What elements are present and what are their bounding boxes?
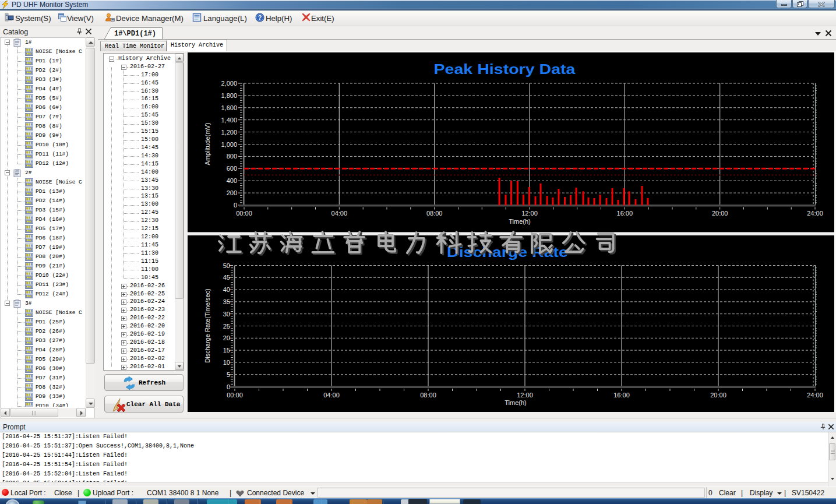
svg-text:Peak History Data: Peak History Data: [434, 61, 576, 77]
svg-text:35: 35: [223, 298, 230, 305]
svg-text:12:00: 12:00: [517, 392, 533, 399]
svg-text:00:00: 00:00: [236, 210, 252, 217]
svg-text:10: 10: [223, 359, 230, 366]
svg-text:600: 600: [227, 165, 237, 172]
svg-text:24:00: 24:00: [807, 392, 823, 399]
svg-text:12:00: 12:00: [521, 210, 538, 217]
svg-text:24:00: 24:00: [807, 210, 823, 217]
svg-text:40: 40: [223, 286, 230, 293]
svg-text:04:00: 04:00: [331, 210, 348, 217]
svg-text:1,600: 1,600: [221, 104, 237, 111]
svg-text:800: 800: [227, 153, 237, 160]
svg-text:16:00: 16:00: [613, 392, 630, 399]
svg-text:0: 0: [234, 202, 237, 209]
svg-text:Discharge Rate(Time/sec): Discharge Rate(Time/sec): [204, 288, 211, 362]
svg-text:50: 50: [223, 262, 230, 269]
svg-text:1,800: 1,800: [221, 92, 237, 99]
svg-text:45: 45: [223, 274, 230, 281]
svg-text:20:00: 20:00: [710, 392, 726, 399]
svg-text:08:00: 08:00: [426, 210, 443, 217]
svg-text:Time(h): Time(h): [505, 399, 526, 406]
svg-text:?: ?: [258, 14, 262, 21]
svg-text:20: 20: [223, 334, 230, 341]
svg-text:2,000: 2,000: [221, 80, 237, 87]
svg-text:08:00: 08:00: [420, 392, 436, 399]
svg-text:Time(h): Time(h): [509, 218, 530, 225]
svg-text:04:00: 04:00: [323, 392, 340, 399]
svg-text:00:00: 00:00: [227, 392, 243, 399]
svg-text:200: 200: [227, 189, 237, 196]
svg-text:400: 400: [227, 177, 237, 184]
svg-text:30: 30: [223, 311, 230, 318]
svg-text:25: 25: [223, 323, 230, 330]
svg-text:15: 15: [223, 347, 230, 354]
svg-text:1,000: 1,000: [221, 141, 237, 148]
svg-text:5: 5: [227, 371, 230, 378]
svg-text:Amplitude(mV): Amplitude(mV): [204, 123, 211, 165]
svg-text:20:00: 20:00: [712, 210, 728, 217]
svg-text:1,200: 1,200: [221, 129, 237, 136]
svg-text:16:00: 16:00: [617, 210, 633, 217]
svg-text:1,400: 1,400: [221, 117, 237, 124]
